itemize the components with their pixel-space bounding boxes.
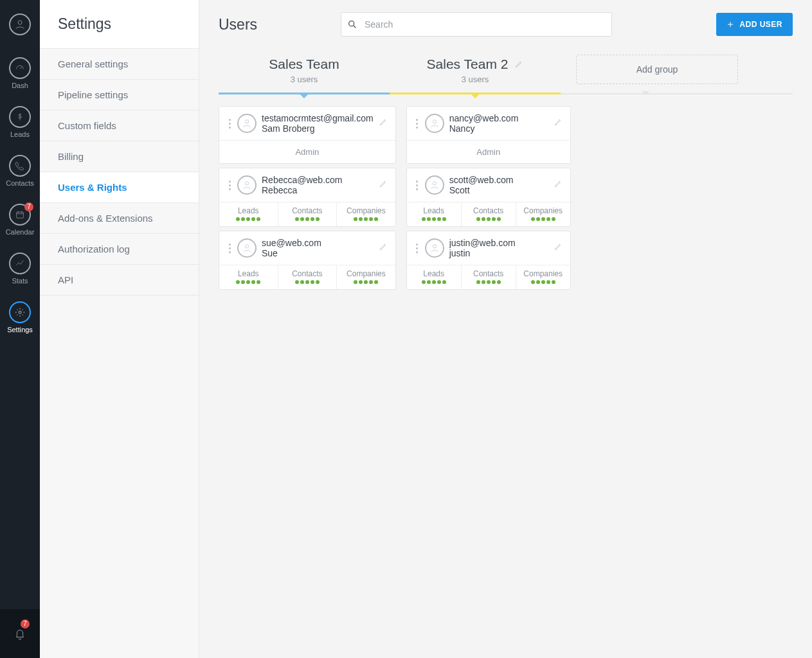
- user-card: scott@web.com Scott Leads Contacts Compa…: [406, 168, 571, 227]
- svg-point-9: [433, 245, 436, 248]
- perm-leads[interactable]: Leads: [407, 265, 462, 289]
- rail-label: Leads: [10, 130, 30, 138]
- perm-companies[interactable]: Companies: [516, 202, 570, 226]
- edit-user-button[interactable]: [379, 242, 388, 254]
- edit-user-button[interactable]: [379, 179, 388, 191]
- drag-handle[interactable]: [227, 244, 232, 253]
- column-1: testamocrmtest@gmail.com Sam Broberg Adm…: [219, 106, 396, 290]
- rail-item-settings[interactable]: Settings: [0, 293, 40, 342]
- rail-item-stats[interactable]: Stats: [0, 244, 40, 293]
- add-user-label: ADD USER: [739, 20, 782, 29]
- user-name: Sue: [262, 248, 374, 258]
- user-info: scott@web.com Scott: [449, 175, 548, 195]
- gauge-icon: [9, 57, 31, 79]
- user-card: Rebecca@web.com Rebecca Leads Contacts C…: [219, 168, 396, 227]
- card-perms: Leads Contacts Companies: [407, 265, 570, 289]
- user-avatar[interactable]: [0, 0, 40, 49]
- group-arrow: [300, 94, 309, 98]
- perm-leads[interactable]: Leads: [407, 202, 462, 226]
- user-card: nancy@web.com Nancy Admin: [406, 106, 571, 164]
- rail-notifications[interactable]: 7: [0, 609, 40, 658]
- perm-contacts[interactable]: Contacts: [278, 265, 338, 289]
- user-info: justin@web.com justin: [449, 238, 548, 258]
- sidebar-item-pipeline[interactable]: Pipeline settings: [40, 80, 199, 111]
- group-count: 3 users: [390, 75, 561, 84]
- sidebar-item-users-rights[interactable]: Users & Rights: [40, 172, 199, 203]
- user-name: Nancy: [449, 123, 548, 134]
- rail-item-leads[interactable]: Leads: [0, 98, 40, 147]
- drag-handle[interactable]: [227, 119, 232, 129]
- card-head: sue@web.com Sue: [219, 231, 395, 265]
- group-tab-2[interactable]: Sales Team 2 3 users: [390, 51, 561, 94]
- user-email: Rebecca@web.com: [262, 175, 374, 185]
- sidebar-item-general[interactable]: General settings: [40, 49, 199, 80]
- add-group-button[interactable]: Add group: [576, 55, 738, 84]
- sidebar-item-authlog[interactable]: Authorization log: [40, 234, 199, 265]
- user-info: sue@web.com Sue: [262, 238, 374, 258]
- svg-point-6: [245, 245, 248, 248]
- rail-item-dash[interactable]: Dash: [0, 49, 40, 98]
- main-header: Users ADD USER: [219, 0, 793, 49]
- perm-companies[interactable]: Companies: [337, 265, 395, 289]
- user-name: Scott: [449, 185, 548, 195]
- drag-handle[interactable]: [415, 181, 420, 190]
- edit-user-button[interactable]: [554, 179, 563, 191]
- edit-user-button[interactable]: [554, 242, 563, 254]
- rail-item-contacts[interactable]: Contacts: [0, 147, 40, 195]
- svg-point-7: [433, 120, 436, 123]
- sidebar-item-addons[interactable]: Add-ons & Extensions: [40, 203, 199, 234]
- user-email: sue@web.com: [262, 238, 374, 248]
- edit-user-button[interactable]: [379, 118, 388, 129]
- group-count: 3 users: [219, 75, 390, 84]
- main-rail: Dash Leads Contacts 7 Calendar Stats Set…: [0, 0, 40, 658]
- rail-label: Settings: [7, 326, 33, 333]
- perm-contacts[interactable]: Contacts: [462, 202, 516, 226]
- avatar-icon: [237, 175, 257, 195]
- perm-contacts[interactable]: Contacts: [278, 202, 338, 226]
- dollar-icon: [9, 106, 31, 128]
- user-email: justin@web.com: [449, 238, 548, 248]
- sidebar-item-custom-fields[interactable]: Custom fields: [40, 111, 199, 141]
- card-head: testamocrmtest@gmail.com Sam Broberg: [219, 107, 395, 140]
- drag-handle[interactable]: [415, 119, 420, 129]
- perm-companies[interactable]: Companies: [516, 265, 570, 289]
- perm-leads[interactable]: Leads: [219, 265, 278, 289]
- pencil-icon[interactable]: [514, 60, 523, 69]
- search-wrap: [341, 12, 612, 37]
- user-info: testamocrmtest@gmail.com Sam Broberg: [262, 113, 374, 134]
- gear-icon: [9, 301, 31, 323]
- user-name: justin: [449, 248, 548, 258]
- card-head: justin@web.com justin: [407, 231, 570, 265]
- rail-label: Dash: [12, 82, 28, 89]
- card-head: nancy@web.com Nancy: [407, 107, 570, 140]
- drag-handle[interactable]: [415, 244, 420, 253]
- user-name: Rebecca: [262, 185, 374, 195]
- group-tab-1[interactable]: Sales Team 3 users: [219, 51, 390, 94]
- main-content: Users ADD USER Sales Team 3 users Sales …: [199, 0, 812, 658]
- sidebar-item-billing[interactable]: Billing: [40, 141, 199, 172]
- bell-icon: [13, 627, 27, 641]
- sidebar-item-api[interactable]: API: [40, 265, 199, 296]
- user-name: Sam Broberg: [262, 123, 374, 134]
- card-perms: Leads Contacts Companies: [219, 202, 395, 226]
- svg-point-2: [19, 311, 21, 314]
- drag-handle[interactable]: [227, 181, 232, 190]
- rail-item-calendar[interactable]: 7 Calendar: [0, 195, 40, 244]
- user-card: sue@web.com Sue Leads Contacts Companies: [219, 231, 396, 290]
- add-user-button[interactable]: ADD USER: [716, 13, 793, 36]
- card-head: scott@web.com Scott: [407, 168, 570, 202]
- avatar-icon: [425, 238, 444, 258]
- user-email: nancy@web.com: [449, 113, 548, 123]
- svg-point-4: [245, 120, 248, 123]
- perm-contacts[interactable]: Contacts: [462, 265, 516, 289]
- rail-label: Stats: [12, 277, 28, 285]
- perm-leads[interactable]: Leads: [219, 202, 278, 226]
- perm-companies[interactable]: Companies: [337, 202, 395, 226]
- svg-point-8: [433, 182, 436, 185]
- search-input[interactable]: [341, 12, 612, 37]
- settings-sidebar: Settings General settings Pipeline setti…: [40, 0, 199, 658]
- edit-user-button[interactable]: [554, 118, 563, 129]
- plus-icon: [726, 21, 734, 28]
- admin-label: Admin: [407, 140, 570, 163]
- group-arrow: [471, 94, 480, 98]
